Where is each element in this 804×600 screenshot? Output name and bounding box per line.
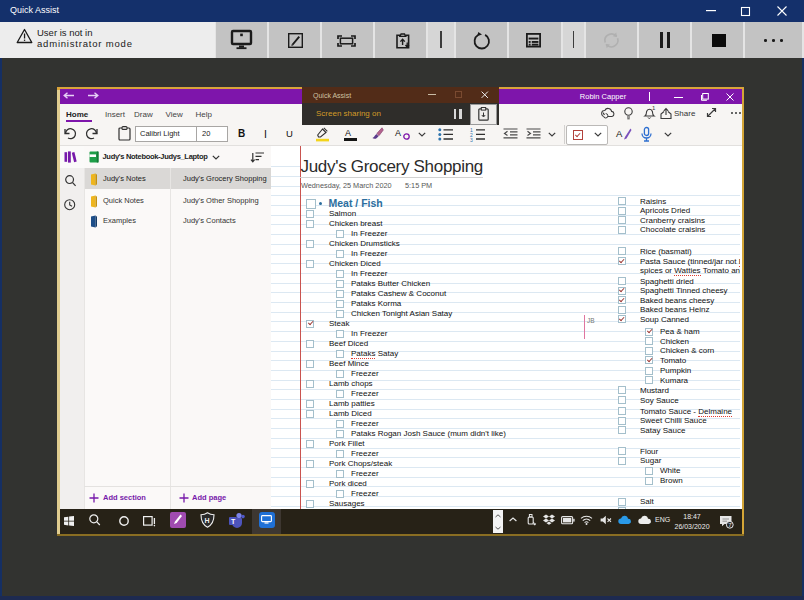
svg-text:H: H <box>205 516 210 523</box>
svg-text:T: T <box>231 518 236 525</box>
svg-text:3: 3 <box>470 136 473 142</box>
